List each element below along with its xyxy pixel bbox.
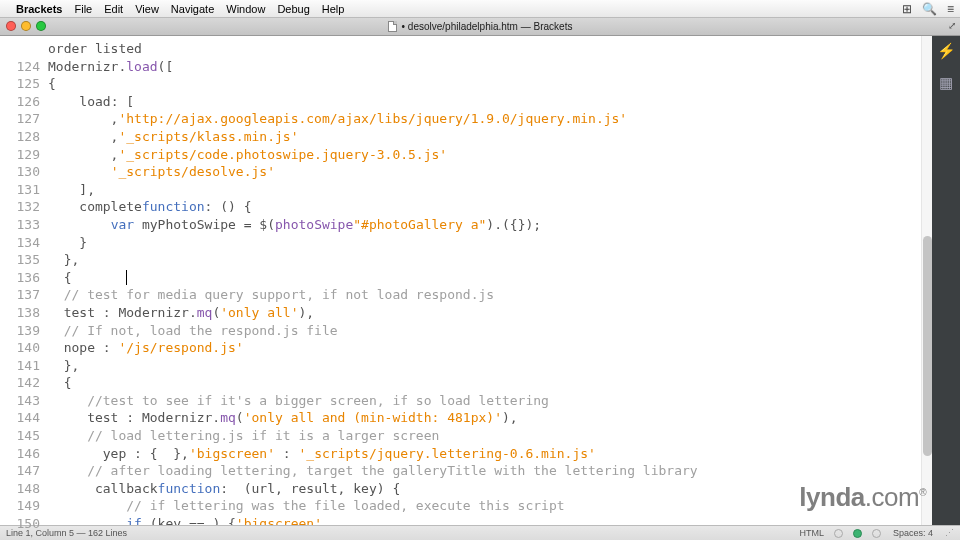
menu-debug[interactable]: Debug (277, 3, 309, 15)
window-titlebar: • desolve/philadelphia.htm — Brackets ⤢ (0, 18, 960, 36)
spotlight-icon[interactable]: 🔍 (922, 2, 937, 16)
resize-grip-icon[interactable]: ⋰ (945, 528, 954, 538)
scrollbar-thumb[interactable] (923, 236, 932, 456)
extension-rail: ⚡ ▦ (932, 36, 960, 525)
minimize-window-button[interactable] (21, 21, 31, 31)
menubar: Brackets File Edit View Navigate Window … (0, 0, 960, 18)
app-menu[interactable]: Brackets (16, 3, 62, 15)
fullscreen-icon[interactable]: ⤢ (948, 20, 956, 31)
menu-help[interactable]: Help (322, 3, 345, 15)
menu-window[interactable]: Window (226, 3, 265, 15)
indentation-mode[interactable]: Spaces: 4 (893, 528, 933, 538)
scrollbar-track[interactable] (921, 36, 932, 525)
menu-navigate[interactable]: Navigate (171, 3, 214, 15)
language-mode[interactable]: HTML (799, 528, 824, 538)
status-indicator-2[interactable] (853, 529, 862, 538)
status-indicator-3[interactable] (872, 529, 881, 538)
extension-manager-icon[interactable]: ▦ (939, 74, 953, 92)
menu-extras-icon[interactable]: ≡ (947, 2, 954, 16)
statusbar: Line 1, Column 5 — 162 Lines HTML Spaces… (0, 525, 960, 540)
line-gutter: 1241251261271281291301311321331341351361… (0, 36, 48, 525)
status-indicator-1[interactable] (834, 529, 843, 538)
document-title: • desolve/philadelphia.htm — Brackets (388, 21, 573, 32)
menu-file[interactable]: File (74, 3, 92, 15)
menu-edit[interactable]: Edit (104, 3, 123, 15)
traffic-lights (6, 21, 46, 31)
document-icon (388, 21, 397, 32)
menu-view[interactable]: View (135, 3, 159, 15)
title-text: • desolve/philadelphia.htm — Brackets (402, 21, 573, 32)
wifi-icon[interactable]: ⊞ (902, 2, 912, 16)
zoom-window-button[interactable] (36, 21, 46, 31)
live-preview-icon[interactable]: ⚡ (937, 42, 956, 60)
close-window-button[interactable] (6, 21, 16, 31)
code-content[interactable]: order listedModernizr.load([{ load: [ ,'… (48, 36, 932, 525)
editor[interactable]: 1241251261271281291301311321331341351361… (0, 36, 960, 525)
